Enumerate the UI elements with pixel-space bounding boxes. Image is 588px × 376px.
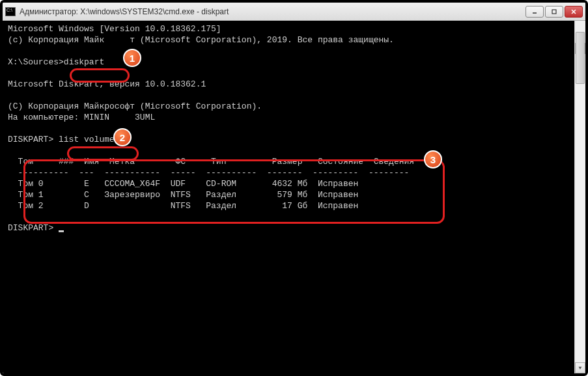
output-line: Microsoft DiskPart, версия 10.0.18362.1 — [8, 79, 206, 89]
table-row: Том 1 C Зарезервиро NTFS Раздел 579 Мб И… — [8, 190, 358, 200]
command-diskpart: diskpart — [64, 57, 104, 67]
cmd-icon — [5, 7, 16, 16]
table-header: Том ### Имя Метка ФС Тип Размер Состояни… — [8, 157, 414, 167]
scroll-down-button[interactable]: ▼ — [575, 362, 585, 373]
title-bar[interactable]: Администратор: X:\windows\SYSTEM32\cmd.e… — [3, 3, 585, 21]
prompt: DISKPART> — [8, 223, 59, 233]
prompt: X:\Sources> — [8, 57, 64, 67]
window-title: Администратор: X:\windows\SYSTEM32\cmd.e… — [20, 7, 525, 16]
scrollbar-thumb[interactable] — [576, 32, 585, 84]
output-line: (C) Корпорация Майкрософт (Microsoft Cor… — [8, 101, 262, 111]
console-output[interactable]: Microsoft Windows [Version 10.0.18362.17… — [3, 21, 585, 373]
output-line: (c) Корпорация Майк т (Microsoft Corpora… — [8, 35, 394, 45]
window-controls — [525, 6, 583, 18]
output-line: Microsoft Windows [Version 10.0.18362.17… — [8, 24, 221, 34]
minimize-button[interactable] — [525, 6, 544, 18]
maximize-button[interactable] — [545, 6, 563, 18]
cmd-window: Администратор: X:\windows\SYSTEM32\cmd.e… — [3, 3, 585, 373]
svg-rect-1 — [552, 10, 556, 14]
table-row: Том 0 E CCCOMA_X64F UDF CD-ROM 4632 Мб И… — [8, 179, 358, 189]
command-list-volume: list volume — [59, 135, 115, 144]
output-line: На компьютере: MININ 3UML — [8, 113, 155, 122]
table-row: Том 2 D NTFS Раздел 17 Gб Исправен — [8, 201, 358, 211]
prompt: DISKPART> — [8, 135, 59, 144]
scrollbar[interactable]: ▲ ▼ — [574, 21, 585, 373]
close-button[interactable] — [565, 6, 583, 18]
cursor — [59, 230, 64, 232]
table-separator: ---------- --- ----------- ----- -------… — [8, 168, 409, 178]
